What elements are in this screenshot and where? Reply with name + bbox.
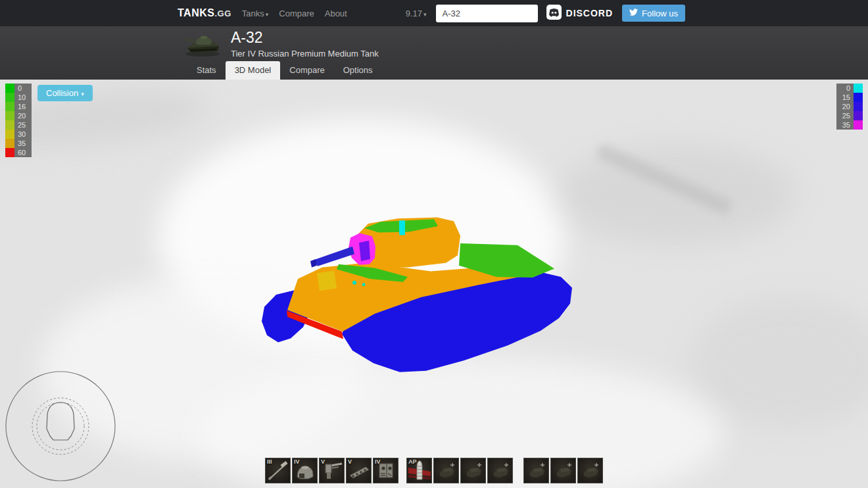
armor-value-label: 30 (14, 130, 32, 139)
backdrop-shape (559, 145, 796, 244)
module-turret[interactable]: IV (292, 458, 318, 483)
empty-slot-tank-icon (525, 459, 548, 483)
empty-slot-tank-icon (489, 459, 512, 483)
top-navbar: TANKS.GG Tanks▾ Compare About 9.17▾ (0, 0, 868, 26)
armor-color-swatch (854, 111, 863, 120)
shell-group: AP (406, 458, 513, 483)
armor-value-label: 20 (836, 102, 854, 111)
empty-slot-tank-icon (435, 459, 458, 483)
tab-stats[interactable]: Stats (187, 61, 226, 80)
module-gun[interactable]: V (319, 458, 345, 483)
tab-options[interactable]: Options (334, 61, 382, 80)
armor-color-swatch (854, 93, 863, 102)
backdrop-shape (0, 80, 212, 158)
armor-value-label: 25 (836, 111, 854, 120)
shell-type-label: AP (408, 458, 417, 465)
armor-color-swatch (5, 139, 14, 148)
armor-color-swatch (5, 148, 14, 157)
empty-shell-slot[interactable] (460, 458, 486, 483)
discord-icon (546, 5, 562, 22)
traverse-dashed-ring (32, 398, 89, 454)
armor-color-swatch (5, 93, 14, 102)
armor-value-label: 0 (14, 84, 32, 93)
twitter-icon (629, 8, 638, 18)
tab-3d-model[interactable]: 3D Model (226, 61, 281, 80)
armor-value-label: 0 (836, 84, 854, 93)
armor-value-label: 35 (14, 139, 32, 148)
module-suspension[interactable]: V (346, 458, 372, 483)
collision-dropdown-button[interactable]: Collision▾ (37, 85, 93, 101)
gun-barrel (314, 247, 354, 266)
armor-value-label: 20 (14, 111, 32, 120)
viewport-dot (362, 283, 366, 286)
turret-armor-scale: 0 15 20 25 35 (836, 84, 863, 130)
logo-suffix: .GG (214, 9, 231, 18)
nav-about[interactable]: About (325, 9, 347, 18)
armor-value-label: 35 (836, 120, 854, 130)
tier-label: IV (294, 458, 300, 465)
traverse-indicator[interactable] (0, 366, 121, 488)
armor-value-label: 25 (14, 120, 32, 130)
logo-main: TANKS (178, 7, 214, 18)
module-group: III IV V (265, 458, 398, 483)
empty-slot-tank-icon (579, 459, 602, 483)
tier-label: V (348, 458, 352, 465)
armor-color-swatch (854, 102, 863, 111)
armor-color-swatch (5, 84, 14, 93)
armor-color-swatch (854, 84, 863, 93)
armor-color-swatch (854, 120, 863, 130)
armor-color-swatch (5, 102, 14, 111)
tab-compare[interactable]: Compare (280, 61, 333, 80)
armor-value-label: 15 (836, 93, 854, 102)
discord-link[interactable]: DISCORD (546, 5, 614, 22)
armor-color-swatch (5, 120, 14, 130)
empty-equipment-slot[interactable] (577, 458, 603, 483)
site-logo[interactable]: TANKS.GG (178, 7, 231, 19)
mantlet-core (359, 241, 370, 261)
traverse-dashed-ring (37, 403, 84, 450)
search-input[interactable] (436, 5, 538, 22)
tier-label: V (321, 458, 325, 465)
tank-3d-collision-model[interactable] (256, 207, 585, 387)
hull-armor-scale: 0 10 16 20 25 30 35 60 (5, 84, 32, 157)
tank-header: A-32 Tier IV Russian Premium Medium Tank… (0, 26, 868, 80)
armor-color-swatch (5, 111, 14, 120)
shell-ap[interactable]: AP (406, 458, 432, 483)
module-engine[interactable]: IV (373, 458, 398, 483)
version-selector[interactable]: 9.17▾ (406, 9, 427, 18)
viewport-dot (352, 281, 356, 285)
hull-outline (47, 403, 74, 440)
equipment-group (523, 458, 603, 483)
empty-slot-tank-icon (462, 459, 485, 483)
caret-down-icon: ▾ (423, 11, 427, 18)
traverse-outer-ring (6, 372, 115, 481)
discord-wordmark: DISCORD (566, 8, 614, 18)
armor-value-label: 10 (14, 93, 32, 102)
nav-compare[interactable]: Compare (279, 9, 314, 18)
empty-slot-tank-icon (552, 459, 575, 483)
tier-label: IV (375, 458, 381, 465)
armor-color-swatch (5, 130, 14, 139)
model-viewer-canvas[interactable]: 0 10 16 20 25 30 35 60 Collision▾ 0 15 2… (0, 80, 868, 488)
empty-shell-slot[interactable] (487, 458, 513, 483)
follow-us-button[interactable]: Follow us (622, 5, 685, 22)
backdrop-shape (595, 143, 734, 216)
driver-hatch (317, 270, 337, 291)
empty-shell-slot[interactable] (433, 458, 459, 483)
empty-equipment-slot[interactable] (523, 458, 549, 483)
tab-bar: Stats 3D Model Compare Options (187, 61, 382, 80)
nav-tanks[interactable]: Tanks▾ (242, 9, 269, 18)
tank-subtitle: Tier IV Russian Premium Medium Tank (231, 49, 379, 59)
armor-value-label: 60 (14, 148, 32, 157)
module-gun[interactable]: III (265, 458, 291, 483)
tanks-gg-page: TANKS.GG Tanks▾ Compare About 9.17▾ (0, 0, 868, 488)
caret-down-icon: ▾ (81, 91, 84, 97)
tier-label: III (267, 458, 272, 465)
antenna (399, 220, 405, 235)
empty-equipment-slot[interactable] (550, 458, 576, 483)
tank-image (182, 30, 223, 58)
armor-value-label: 16 (14, 102, 32, 111)
backdrop-shape (690, 297, 868, 428)
page-title: A-32 (231, 29, 379, 46)
caret-down-icon: ▾ (266, 11, 269, 18)
